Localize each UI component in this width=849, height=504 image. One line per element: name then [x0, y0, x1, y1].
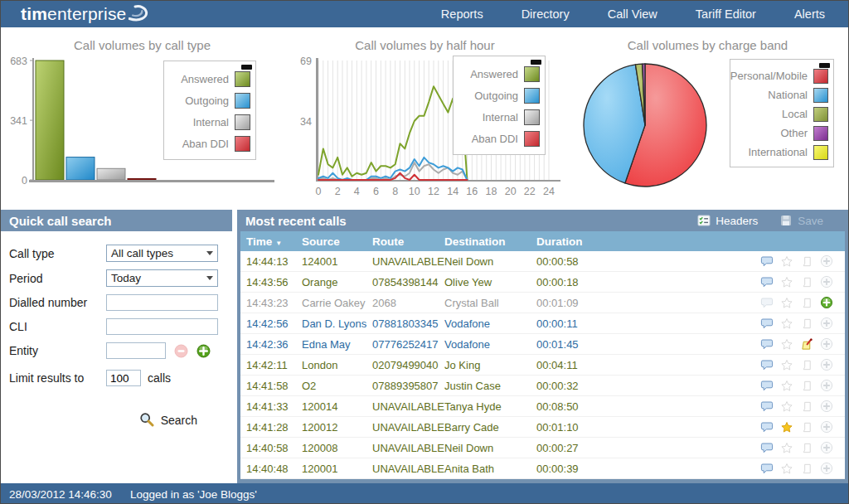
note-icon[interactable]: [800, 338, 813, 351]
add-icon[interactable]: [820, 317, 833, 330]
call-duration: 00:00:11: [536, 317, 619, 330]
add-icon[interactable]: [820, 254, 833, 268]
comment-icon[interactable]: [760, 400, 774, 413]
add-icon[interactable]: [820, 379, 833, 392]
nav-call-view[interactable]: Call View: [608, 7, 657, 21]
dialled-number-input[interactable]: [106, 294, 218, 311]
chart-charge-band: Call volumes by charge band Personal/Mob…: [566, 27, 849, 210]
add-icon[interactable]: [820, 420, 833, 434]
column-header-source[interactable]: Source: [302, 235, 372, 248]
star-icon[interactable]: [780, 317, 793, 330]
period-select[interactable]: Today: [106, 269, 218, 287]
call-row[interactable]: 14:42:11 London 02079499040 Jo King 00:0…: [240, 355, 845, 376]
note-icon[interactable]: [800, 421, 813, 434]
comment-icon[interactable]: [760, 276, 774, 288]
legend-collapse-button[interactable]: [531, 60, 541, 65]
main-menu: Reports Directory Call View Tariff Edito…: [441, 7, 825, 21]
column-header-duration[interactable]: Duration: [536, 235, 619, 248]
search-button[interactable]: Search: [139, 412, 197, 428]
save-button[interactable]: Save: [779, 214, 823, 227]
comment-icon[interactable]: [760, 297, 774, 309]
star-icon[interactable]: [780, 338, 793, 351]
note-icon[interactable]: [800, 400, 813, 413]
calls-suffix-label: calls: [148, 371, 171, 385]
nav-directory[interactable]: Directory: [522, 7, 570, 21]
comment-icon[interactable]: [760, 338, 774, 351]
legend-collapse-button[interactable]: [819, 63, 830, 68]
add-icon[interactable]: [820, 462, 833, 475]
note-icon[interactable]: [800, 380, 813, 392]
call-row[interactable]: 14:41:28 120012 UNAVAILABLE Barry Cade 0…: [240, 417, 845, 438]
add-icon[interactable]: [820, 337, 833, 351]
add-icon[interactable]: [820, 441, 833, 454]
call-time: 14:41:28: [240, 421, 302, 434]
star-icon[interactable]: [780, 276, 793, 288]
call-duration: 00:01:09: [536, 297, 619, 309]
call-row[interactable]: 14:40:58 120008 UNAVAILABLE Neil Down 00…: [240, 438, 845, 458]
legend-swatch: [524, 88, 540, 104]
nav-alerts[interactable]: Alerts: [794, 7, 825, 21]
call-route: UNAVAILABLE: [372, 400, 444, 413]
call-row[interactable]: 14:41:58 O2 07889395807 Justin Case 00:0…: [240, 376, 845, 396]
comment-icon[interactable]: [760, 380, 774, 392]
svg-text:18: 18: [486, 186, 497, 197]
add-icon[interactable]: [820, 358, 833, 371]
column-header-time[interactable]: Time▼: [240, 235, 302, 248]
call-row[interactable]: 14:41:33 120014 UNAVAILABLE Tanya Hyde 0…: [240, 396, 845, 417]
call-row[interactable]: 14:43:56 Orange 07854398144 Olive Yew 00…: [240, 272, 845, 293]
add-icon[interactable]: [820, 400, 833, 413]
note-icon[interactable]: [800, 276, 813, 288]
comment-icon[interactable]: [760, 442, 774, 454]
note-icon[interactable]: [800, 317, 813, 330]
call-route: UNAVAILABLE: [372, 442, 444, 454]
star-icon[interactable]: [780, 400, 793, 413]
nav-tariff-editor[interactable]: Tariff Editor: [696, 7, 756, 21]
comment-icon[interactable]: [760, 359, 774, 371]
remove-entity-button[interactable]: [174, 344, 188, 358]
legend-collapse-button[interactable]: [241, 65, 252, 70]
row-actions: [760, 275, 845, 288]
star-icon[interactable]: [780, 463, 793, 475]
note-icon[interactable]: [800, 255, 813, 268]
star-icon[interactable]: [780, 255, 793, 268]
comment-icon[interactable]: [760, 255, 774, 268]
chevron-down-icon: [206, 251, 213, 255]
star-icon[interactable]: [780, 421, 793, 434]
entity-input[interactable]: [106, 342, 166, 359]
legend-item: Answered: [172, 68, 250, 90]
call-source: 120001: [302, 463, 372, 475]
column-header-route[interactable]: Route: [372, 235, 444, 248]
call-row[interactable]: 14:43:23 Carrie Oakey 2068 Crystal Ball …: [240, 293, 845, 313]
legend-item: Internal: [172, 111, 250, 133]
column-header-destination[interactable]: Destination: [444, 235, 536, 248]
note-icon[interactable]: [800, 359, 813, 371]
add-entity-button[interactable]: [196, 344, 211, 358]
cli-input[interactable]: [106, 318, 218, 335]
status-datetime: 28/03/2012 14:46:30: [9, 488, 112, 501]
add-icon[interactable]: [820, 296, 833, 309]
nav-reports[interactable]: Reports: [441, 7, 483, 21]
limit-results-input[interactable]: [106, 370, 141, 386]
call-time: 14:40:48: [240, 463, 302, 475]
call-row[interactable]: 14:42:36 Edna May 07776252417 Vodafone 0…: [240, 334, 845, 355]
comment-icon[interactable]: [760, 317, 774, 330]
add-icon[interactable]: [820, 275, 833, 288]
call-row[interactable]: 14:42:56 Dan D. Lyons 07881803345 Vodafo…: [240, 313, 845, 334]
call-row[interactable]: 14:40:48 120001 UNAVAILABLE Anita Bath 0…: [240, 458, 845, 479]
note-icon[interactable]: [800, 442, 813, 454]
comment-icon[interactable]: [760, 463, 774, 475]
star-icon[interactable]: [780, 297, 793, 309]
note-icon[interactable]: [800, 463, 813, 475]
star-icon[interactable]: [780, 380, 793, 392]
status-bar: 28/03/2012 14:46:30 Logged in as 'Joe Bl…: [1, 483, 848, 504]
call-time: 14:44:13: [240, 255, 302, 268]
star-icon[interactable]: [780, 442, 793, 454]
call-time: 14:43:23: [240, 297, 302, 309]
comment-icon[interactable]: [760, 421, 774, 434]
call-source: London: [302, 359, 372, 371]
call-type-select[interactable]: All call types: [106, 245, 218, 262]
note-icon[interactable]: [800, 297, 813, 309]
star-icon[interactable]: [780, 359, 793, 371]
headers-button[interactable]: Headers: [697, 214, 758, 227]
call-row[interactable]: 14:44:13 124001 UNAVAILABLE Neil Down 00…: [240, 251, 845, 272]
